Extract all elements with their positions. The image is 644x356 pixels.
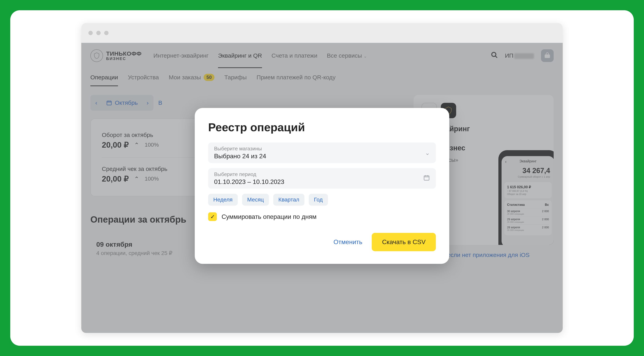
- browser-window: ТИНЬКОФФ БИЗНЕС Интернет-эквайринг Эквай…: [81, 23, 563, 333]
- preset-year[interactable]: Год: [309, 194, 328, 206]
- traffic-light-close[interactable]: [88, 31, 93, 35]
- svg-rect-3: [424, 176, 429, 180]
- window-chrome: [81, 23, 563, 43]
- traffic-light-minimize[interactable]: [96, 31, 100, 35]
- sum-by-day-label: Суммировать операции по дням: [222, 213, 316, 220]
- modal-overlay[interactable]: Реестр операций Выберите магазины Выбран…: [81, 43, 563, 333]
- period-select-value: 01.10.2023 – 10.10.2023: [214, 178, 430, 186]
- shops-select-label: Выберите магазины: [214, 146, 430, 152]
- period-presets: Неделя Месяц Квартал Год: [208, 194, 436, 206]
- traffic-light-zoom[interactable]: [104, 31, 108, 35]
- export-modal: Реестр операций Выберите магазины Выбран…: [195, 108, 449, 264]
- preset-month[interactable]: Месяц: [242, 194, 269, 206]
- period-select[interactable]: Выберите период 01.10.2023 – 10.10.2023: [208, 168, 436, 189]
- calendar-icon: [423, 174, 430, 182]
- chevron-down-icon: ⌄: [425, 150, 430, 156]
- preset-week[interactable]: Неделя: [208, 194, 238, 206]
- preset-quarter[interactable]: Квартал: [273, 194, 304, 206]
- modal-title: Реестр операций: [208, 120, 436, 134]
- sum-by-day-checkbox[interactable]: ✓: [208, 212, 217, 221]
- cancel-button[interactable]: Отменить: [334, 238, 362, 246]
- shops-select[interactable]: Выберите магазины Выбрано 24 из 24 ⌄: [208, 142, 436, 163]
- download-csv-button[interactable]: Скачать в CSV: [372, 233, 436, 251]
- shops-select-value: Выбрано 24 из 24: [214, 152, 430, 160]
- period-select-label: Выберите период: [214, 171, 430, 178]
